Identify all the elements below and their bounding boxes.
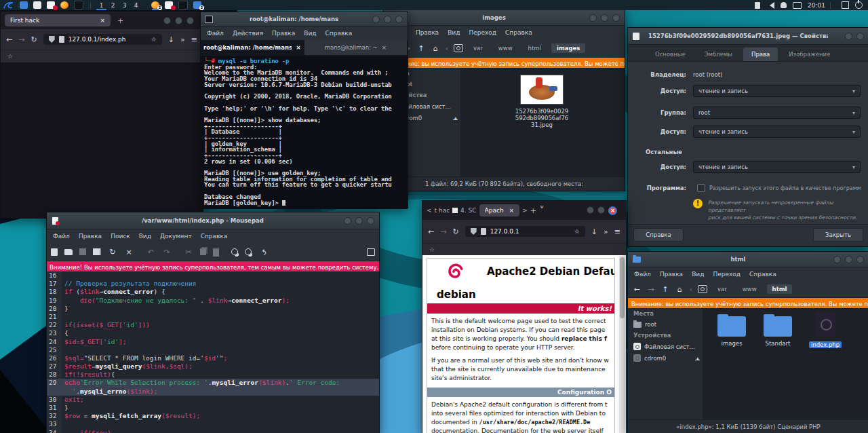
breadcrumb-images[interactable]: images	[551, 43, 585, 53]
maximize-button[interactable]	[601, 14, 608, 22]
url-text[interactable]: 127.0.0.1/index.ph	[68, 36, 147, 43]
url-bar[interactable]: 127.0.0.1/index.ph ☆	[43, 34, 162, 45]
workspace-1[interactable]: 1	[96, 2, 107, 9]
url-text[interactable]: 127.0.0.1	[490, 228, 570, 235]
taskbar-firefox-icon[interactable]: 2	[151, 1, 159, 9]
tab-partial-first-hack[interactable]: t hac	[435, 207, 450, 214]
menu-view[interactable]: Вид	[448, 29, 460, 36]
filesystem-icon[interactable]	[454, 44, 463, 52]
group-dropdown[interactable]: root▾	[693, 107, 861, 119]
forward-button[interactable]: →	[440, 227, 446, 236]
close-button[interactable]: ×	[608, 206, 617, 215]
terminal-tab-root[interactable]: root@kaliman: /home/mans ×	[201, 40, 304, 55]
forward-button[interactable]: →	[646, 285, 656, 294]
group-access-dropdown[interactable]: чтение и запись▾	[693, 126, 861, 138]
tab-scroll-right-icon[interactable]: >	[522, 207, 528, 214]
menu-edit[interactable]: Правка	[660, 271, 683, 278]
app-menu-button[interactable]: ≡	[191, 35, 197, 44]
maximize-button[interactable]	[175, 17, 182, 24]
back-button[interactable]: ←	[428, 227, 434, 236]
menu-actions[interactable]: Действия	[233, 30, 263, 37]
maximize-button[interactable]	[384, 16, 391, 23]
taskbar-thunar-icon[interactable]: 2	[193, 1, 201, 9]
close-button[interactable]	[367, 217, 374, 225]
minimize-button[interactable]	[372, 16, 380, 23]
taskbar-terminal-icon[interactable]	[178, 1, 188, 10]
firefox1-tab-first-hack[interactable]: First hack ×	[5, 14, 111, 26]
bookmark-star-icon[interactable]: ☆	[151, 36, 157, 43]
workspace-4[interactable]: 4	[130, 2, 142, 9]
reload-icon[interactable]: ↻	[108, 248, 117, 257]
tab-close-icon[interactable]: ×	[100, 17, 105, 24]
go-to-icon[interactable]: ↶	[259, 247, 268, 257]
menu-edit[interactable]: Правка	[79, 233, 102, 240]
up-button[interactable]: ↑	[660, 285, 670, 294]
tab-image[interactable]: Изображение	[781, 48, 838, 61]
terminal-output[interactable]: └─# mysql -u buratino -pEnter password: …	[201, 56, 408, 209]
redo-icon[interactable]: ↷	[162, 248, 172, 257]
kali-logo-icon[interactable]	[3, 1, 14, 10]
crumb-scroll-left-icon[interactable]: ‹	[445, 44, 449, 53]
workspace-3[interactable]: 3	[119, 2, 130, 9]
menu-edit[interactable]: Правка	[272, 30, 295, 37]
menu-view[interactable]: Вид	[692, 271, 704, 278]
packages-tray-icon[interactable]	[842, 1, 849, 9]
home-button[interactable]: ⌂	[675, 285, 684, 294]
reload-button[interactable]: ↻	[452, 227, 458, 236]
others-access-dropdown[interactable]: чтение и запись▾	[693, 161, 861, 173]
undo-icon[interactable]: ↶	[146, 248, 155, 257]
crumb-scroll-left-icon[interactable]: ‹	[689, 285, 693, 294]
power-icon[interactable]	[855, 1, 863, 9]
tab-close-icon[interactable]: ×	[382, 44, 387, 51]
new-file-icon[interactable]	[51, 248, 58, 256]
breadcrumb-www[interactable]: www	[737, 284, 762, 294]
bookmark-star-icon[interactable]: ☆	[574, 228, 580, 235]
launcher-terminal-icon[interactable]	[74, 1, 83, 10]
menu-help[interactable]: Справка	[505, 29, 532, 36]
clipboard-tray-icon[interactable]	[755, 2, 760, 9]
menu-view[interactable]: Вид	[139, 233, 151, 240]
overflow-menu-icon[interactable]: »	[604, 227, 608, 236]
menu-file[interactable]: Файл	[53, 233, 70, 240]
import-bookmarks-icon[interactable]: ☆	[7, 53, 13, 60]
downloads-button[interactable]: ↓	[168, 35, 174, 44]
tab-basic[interactable]: Основные	[647, 48, 694, 61]
breadcrumb-var[interactable]: var	[468, 43, 488, 53]
volume-icon[interactable]	[766, 2, 774, 9]
new-tab-button[interactable]: +	[530, 206, 536, 215]
close-button[interactable]	[856, 256, 864, 263]
list-tabs-icon[interactable]: ˅	[539, 204, 545, 217]
close-button[interactable]	[612, 14, 620, 22]
menu-file[interactable]: Файл	[207, 30, 224, 37]
sidebar-item-cdrom[interactable]: cdrom0▲	[628, 352, 703, 364]
code-editor[interactable]: 1617// Проверка результата подключения18…	[47, 271, 379, 433]
mousepad-titlebar[interactable]: /var/www/html/index.php - Mousepad	[47, 212, 379, 229]
launcher-document-icon[interactable]	[33, 1, 41, 9]
terminal-tab-mans[interactable]: mans@kaliman: ~ ×	[304, 40, 408, 55]
search-icon[interactable]	[231, 248, 238, 255]
back-button[interactable]: ←	[632, 285, 642, 294]
copy-icon[interactable]	[200, 248, 206, 255]
terminal-titlebar[interactable]: root@kaliman: /home/mans	[201, 12, 408, 26]
menu-view[interactable]: Вид	[304, 30, 316, 37]
menu-go[interactable]: Переход	[713, 271, 741, 278]
images-file-area[interactable]: 15276b3f09e0029 592db899056af76 31.jpeg	[460, 68, 625, 177]
images-titlebar[interactable]: images	[384, 10, 625, 26]
breadcrumb-html[interactable]: html	[523, 43, 547, 53]
tab-sql-lesson[interactable]: 4. SC	[452, 207, 476, 214]
launcher-mousepad-icon[interactable]	[47, 1, 55, 9]
folder-item-images[interactable]: images	[712, 316, 751, 347]
help-button[interactable]: Справка	[633, 228, 684, 242]
reload-button[interactable]: ↻	[31, 35, 37, 44]
menu-help[interactable]: Справка	[201, 233, 228, 240]
folder-item-standart[interactable]: Standart	[758, 316, 797, 347]
file-item-index-php[interactable]: index.php	[804, 312, 846, 350]
import-bookmarks-icon[interactable]: ☆	[429, 246, 435, 253]
new-tab-button[interactable]: +	[117, 16, 123, 25]
notifications-bell-icon[interactable]	[781, 2, 787, 8]
launcher-firefox-icon[interactable]	[60, 1, 68, 9]
menu-edit[interactable]: Правка	[416, 29, 439, 36]
breadcrumb-html[interactable]: html	[767, 284, 793, 294]
maximize-button[interactable]	[355, 217, 363, 225]
menu-document[interactable]: Документ	[160, 233, 192, 240]
